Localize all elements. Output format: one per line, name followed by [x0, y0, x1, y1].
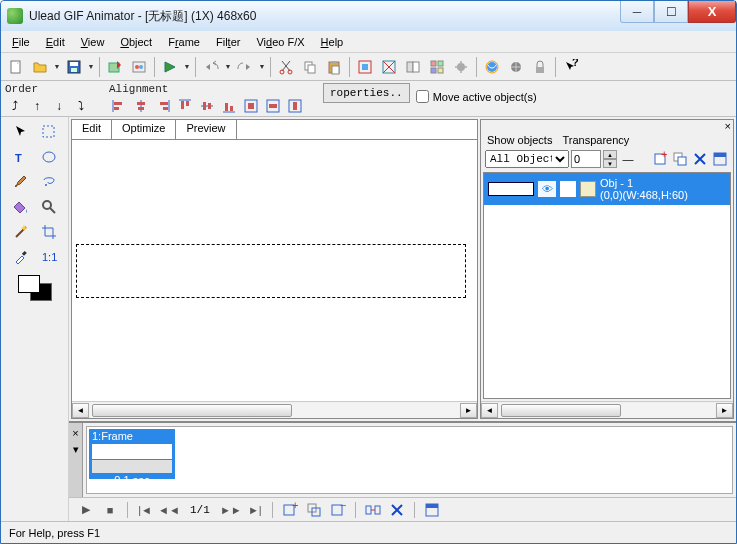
canvas-object[interactable]	[76, 244, 466, 298]
close-button[interactable]: X	[688, 1, 736, 23]
brush-tool[interactable]	[9, 171, 33, 193]
foreground-color[interactable]	[18, 275, 40, 293]
transparency-input[interactable]	[571, 150, 601, 168]
objlist-hscrollbar[interactable]: ◄ ►	[481, 401, 733, 418]
tab-optimize[interactable]: Optimize	[112, 120, 176, 139]
first-frame-button[interactable]: |◄	[136, 501, 154, 519]
visibility-icon[interactable]: 👁	[538, 181, 556, 197]
timeline-close-icon[interactable]: ×	[72, 427, 78, 439]
pointer-tool[interactable]	[9, 121, 33, 143]
order-up-button[interactable]: ↑	[27, 96, 47, 116]
frame-thumb[interactable]: 1:Frame 0.1 sec	[89, 429, 175, 479]
canvas-hscrollbar[interactable]: ◄ ►	[72, 401, 477, 418]
last-frame-button[interactable]: ►|	[246, 501, 264, 519]
crop-tool[interactable]	[37, 221, 61, 243]
redo-dropdown[interactable]: ▼	[258, 56, 266, 78]
center-v-button[interactable]	[285, 96, 305, 116]
tab-preview[interactable]: Preview	[176, 120, 236, 139]
titlebar[interactable]: Ulead GIF Animator - [无标题] (1X) 468x60 ─…	[1, 1, 736, 31]
tool-b-button[interactable]	[378, 56, 400, 78]
align-vcenter-button[interactable]	[197, 96, 217, 116]
play-button[interactable]: ▶	[77, 501, 95, 519]
ie-button[interactable]	[481, 56, 503, 78]
maximize-button[interactable]: ☐	[654, 1, 688, 23]
del-frame-button[interactable]: −	[329, 501, 347, 519]
add-frame-button[interactable]: +	[281, 501, 299, 519]
cut-button[interactable]	[275, 56, 297, 78]
tool-d-button[interactable]	[426, 56, 448, 78]
align-right-button[interactable]	[153, 96, 173, 116]
obj-add-button[interactable]: +	[651, 150, 669, 168]
wizard-button[interactable]	[128, 56, 150, 78]
web-button[interactable]	[505, 56, 527, 78]
copy-button[interactable]	[299, 56, 321, 78]
lasso-tool[interactable]	[37, 171, 61, 193]
canvas-viewport[interactable]	[72, 140, 477, 401]
frame-props-button[interactable]	[423, 501, 441, 519]
scroll-right-button[interactable]: ►	[460, 403, 477, 418]
timeline-collapse-icon[interactable]: ▾	[73, 443, 79, 456]
undo-dropdown[interactable]: ▼	[224, 56, 232, 78]
menu-videofx[interactable]: Video F/X	[249, 34, 311, 50]
object-slot-b[interactable]	[580, 181, 596, 197]
tween-button[interactable]	[364, 501, 382, 519]
center-h-button[interactable]	[263, 96, 283, 116]
panel-close-icon[interactable]: ×	[725, 120, 731, 132]
transparency-spinner[interactable]: ▲▼	[603, 150, 617, 168]
selection-tool[interactable]	[37, 121, 61, 143]
stop-button[interactable]: ■	[101, 501, 119, 519]
tool-a-button[interactable]	[354, 56, 376, 78]
preview-dropdown[interactable]: ▼	[183, 56, 191, 78]
save-dropdown[interactable]: ▼	[87, 56, 95, 78]
text-tool[interactable]: T	[9, 146, 33, 168]
align-top-button[interactable]	[175, 96, 195, 116]
order-front-button[interactable]: ⤴	[5, 96, 25, 116]
timeline-handle[interactable]: × ▾	[69, 423, 83, 497]
undo-button[interactable]	[200, 56, 222, 78]
move-active-checkbox[interactable]: Move active object(s)	[416, 90, 537, 103]
open-button[interactable]	[29, 56, 51, 78]
color-swatch[interactable]	[18, 275, 52, 301]
minimize-button[interactable]: ─	[620, 1, 654, 23]
prev-frame-button[interactable]: ◄◄	[160, 501, 178, 519]
ellipse-tool[interactable]	[37, 146, 61, 168]
menu-edit[interactable]: Edit	[39, 34, 72, 50]
align-hcenter-button[interactable]	[131, 96, 151, 116]
menu-frame[interactable]: Frame	[161, 34, 207, 50]
timeline-track[interactable]: 1:Frame 0.1 sec	[86, 426, 733, 494]
obj-duplicate-button[interactable]	[671, 150, 689, 168]
object-filter-select[interactable]: All Object	[485, 150, 569, 168]
dup-frame-button[interactable]	[305, 501, 323, 519]
wand-tool[interactable]	[9, 221, 33, 243]
transparency-slider-icon[interactable]: —	[619, 150, 637, 168]
preview-button[interactable]	[159, 56, 181, 78]
fill-tool[interactable]	[9, 196, 33, 218]
paste-button[interactable]	[323, 56, 345, 78]
object-slot-a[interactable]	[560, 181, 576, 197]
scroll-thumb[interactable]	[92, 404, 292, 417]
order-down-button[interactable]: ↓	[49, 96, 69, 116]
delay-button[interactable]	[388, 501, 406, 519]
object-item[interactable]: 👁 Obj - 1 (0,0)(W:468,H:60)	[484, 173, 730, 205]
obj-delete-button[interactable]	[691, 150, 709, 168]
export-button[interactable]	[104, 56, 126, 78]
menu-object[interactable]: Object	[113, 34, 159, 50]
lock-button[interactable]	[529, 56, 551, 78]
menu-filter[interactable]: Filter	[209, 34, 247, 50]
zoom-tool[interactable]	[37, 196, 61, 218]
open-dropdown[interactable]: ▼	[53, 56, 61, 78]
next-frame-button[interactable]: ►►	[222, 501, 240, 519]
help-button[interactable]: ?	[560, 56, 582, 78]
menu-help[interactable]: Help	[314, 34, 351, 50]
menu-view[interactable]: View	[74, 34, 112, 50]
properties-button[interactable]: roperties..	[323, 83, 410, 103]
eyedropper-tool[interactable]	[9, 246, 33, 268]
tool-e-button[interactable]	[450, 56, 472, 78]
redo-button[interactable]	[234, 56, 256, 78]
object-list[interactable]: 👁 Obj - 1 (0,0)(W:468,H:60)	[483, 172, 731, 399]
tab-edit[interactable]: Edit	[72, 120, 112, 139]
new-button[interactable]	[5, 56, 27, 78]
obj-props-button[interactable]	[711, 150, 729, 168]
scroll-left-button[interactable]: ◄	[72, 403, 89, 418]
align-left-button[interactable]	[109, 96, 129, 116]
